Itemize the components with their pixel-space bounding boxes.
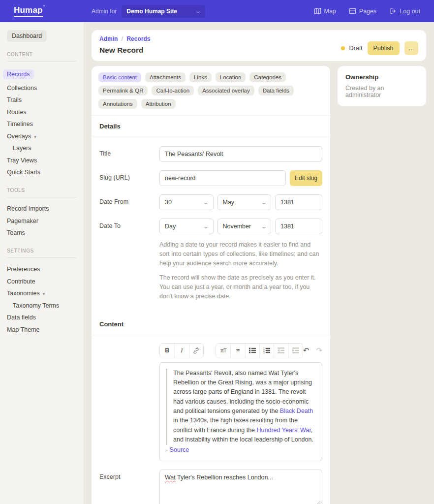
- source-link[interactable]: Source: [170, 446, 189, 453]
- ownership-card: Ownership Created by an administrator: [338, 66, 426, 106]
- page-header-left: Admin / Records New Record: [99, 35, 150, 55]
- sidebar-item-map-theme[interactable]: Map Theme: [7, 324, 77, 335]
- tab-associated-overlay[interactable]: Associated overlay: [198, 86, 254, 95]
- sidebar-item-record-imports[interactable]: Record Imports: [7, 203, 77, 214]
- sidebar-item-records[interactable]: Records: [7, 67, 77, 81]
- sidebar-item-tray-views[interactable]: Tray Views: [7, 155, 77, 166]
- main-content: Admin / Records New Record Draft Publish…: [84, 22, 434, 504]
- ordered-list-button[interactable]: 123: [259, 344, 274, 358]
- quote-icon: ”: [236, 347, 240, 354]
- logo-mark: °: [43, 4, 45, 9]
- date-to-month-select[interactable]: November ⌄: [217, 219, 272, 234]
- tab-data-fields[interactable]: Data fields: [258, 86, 294, 95]
- chevron-down-icon: ▾: [34, 134, 36, 139]
- tab-location[interactable]: Location: [216, 72, 246, 82]
- undo-button[interactable]: ↶: [303, 346, 310, 355]
- date-to-month-value: November: [223, 223, 251, 230]
- content-section-heading: Content: [92, 314, 330, 335]
- nav-map[interactable]: Map: [314, 7, 336, 15]
- sidebar-section-settings: SETTINGS Preferences Contribute Taxonomi…: [7, 248, 77, 335]
- bold-button[interactable]: B: [160, 344, 174, 358]
- tab-links[interactable]: Links: [189, 72, 212, 82]
- sidebar-item-contribute[interactable]: Contribute: [7, 276, 77, 287]
- nav-logout-label: Log out: [400, 8, 420, 15]
- link-button[interactable]: [189, 344, 203, 358]
- status-badge: Draft: [349, 45, 362, 52]
- page-header-card: Admin / Records New Record Draft Publish…: [92, 30, 426, 61]
- black-death-link[interactable]: Black Death: [280, 408, 313, 414]
- content-form: B I πT ”: [92, 335, 330, 504]
- excerpt-textarea[interactable]: Wat Tyler's Rebellion reaches London...: [159, 470, 322, 504]
- sidebar-item-label: Routes: [7, 109, 27, 116]
- sidebar-item-trails[interactable]: Trails: [7, 94, 77, 105]
- humap-logo[interactable]: Humap: [14, 5, 43, 17]
- sidebar-item-taxonomies[interactable]: Taxonomies▾: [7, 288, 77, 299]
- page-header-actions: Draft Publish ...: [341, 41, 418, 55]
- nav-logout[interactable]: Log out: [389, 7, 420, 15]
- tab-basic-content[interactable]: Basic content: [98, 72, 141, 82]
- details-section-heading: Details: [92, 116, 330, 137]
- date-to-day-select[interactable]: Day ⌄: [159, 219, 214, 234]
- sidebar-item-teams[interactable]: Teams: [7, 227, 77, 238]
- sidebar-item-quick-starts[interactable]: Quick Starts: [7, 167, 77, 178]
- ordered-list-icon: 123: [263, 347, 270, 353]
- edit-slug-button[interactable]: Edit slug: [290, 170, 322, 186]
- sidebar-item-timelines[interactable]: Timelines: [7, 119, 77, 129]
- publish-button[interactable]: Publish: [368, 41, 400, 55]
- content-blockquote: The Peasants' Revolt, also named Wat Tyl…: [166, 369, 316, 445]
- slug-input[interactable]: [159, 170, 286, 186]
- bullet-list-icon: [249, 347, 256, 353]
- date-from-year-input[interactable]: [275, 194, 322, 210]
- sidebar-item-layers[interactable]: Layers: [7, 143, 77, 154]
- tab-call-to-action[interactable]: Call-to-action: [152, 86, 194, 95]
- divider: [7, 61, 77, 62]
- link-icon: [193, 347, 199, 354]
- breadcrumb-records[interactable]: Records: [126, 35, 150, 42]
- sidebar-item-routes[interactable]: Routes: [7, 107, 77, 118]
- editor-toolbar: B I πT ”: [159, 343, 322, 358]
- date-help-row: Adding a date to your record makes it ea…: [99, 239, 322, 307]
- bullet-list-button[interactable]: [245, 344, 259, 358]
- site-selector[interactable]: Demo Humap Site ⌄: [122, 5, 205, 18]
- date-from-day-select[interactable]: 30 ⌄: [159, 194, 214, 210]
- more-actions-button[interactable]: ...: [404, 41, 418, 55]
- title-input[interactable]: [159, 146, 322, 162]
- tab-attribution[interactable]: Attribution: [141, 99, 176, 109]
- sidebar-item-dashboard[interactable]: Dashboard: [7, 30, 47, 42]
- svg-text:3: 3: [263, 351, 265, 353]
- breadcrumb-admin[interactable]: Admin: [99, 35, 118, 42]
- block-button-group: πT ” 123: [216, 343, 303, 358]
- outdent-button[interactable]: [274, 344, 288, 358]
- indent-icon: [292, 347, 299, 353]
- tab-categories[interactable]: Categories: [249, 72, 286, 82]
- page-title: New Record: [99, 46, 150, 55]
- sidebar-item-label: Records: [3, 69, 34, 79]
- tab-annotations[interactable]: Annotations: [98, 99, 137, 109]
- date-to-label: Date To: [99, 219, 159, 234]
- redo-button[interactable]: ↷: [316, 346, 322, 355]
- nav-pages[interactable]: Pages: [349, 7, 376, 15]
- sidebar-item-preferences[interactable]: Preferences: [7, 264, 77, 275]
- sidebar-item-collections[interactable]: Collections: [7, 83, 77, 94]
- admin-for-label: Admin for: [92, 8, 117, 15]
- sidebar-item-taxonomy-terms[interactable]: Taxonomy Terms: [7, 300, 77, 311]
- sidebar-section-content: CONTENT Records Collections Trails Route…: [7, 52, 77, 178]
- heading-button[interactable]: πT: [216, 344, 230, 358]
- tab-permalink-qr[interactable]: Permalink & QR: [98, 86, 148, 95]
- sidebar-item-data-fields[interactable]: Data fields: [7, 312, 77, 323]
- resize-handle[interactable]: [315, 500, 320, 504]
- date-from-month-select[interactable]: May ⌄: [217, 194, 272, 210]
- indent-button[interactable]: [288, 344, 303, 358]
- sidebar-item-overlays[interactable]: Overlays▾: [7, 131, 77, 142]
- tab-attachments[interactable]: Attachments: [145, 72, 186, 82]
- date-to-year-input[interactable]: [275, 219, 322, 234]
- sidebar-item-pagemaker[interactable]: Pagemaker: [7, 216, 77, 226]
- hundred-years-war-link[interactable]: Hundred Years' War: [257, 427, 311, 434]
- sidebar-item-label: Taxonomy Terms: [13, 302, 59, 309]
- details-form: Title Slug (URL) Edit slug Date Fr: [92, 137, 330, 314]
- italic-button[interactable]: I: [174, 344, 188, 358]
- app-shell: Dashboard CONTENT Records Collections Tr…: [0, 22, 434, 504]
- date-help-text-2: The record will show the date as precise…: [159, 273, 322, 301]
- content-editor[interactable]: The Peasants' Revolt, also named Wat Tyl…: [159, 362, 322, 461]
- blockquote-button[interactable]: ”: [230, 344, 245, 358]
